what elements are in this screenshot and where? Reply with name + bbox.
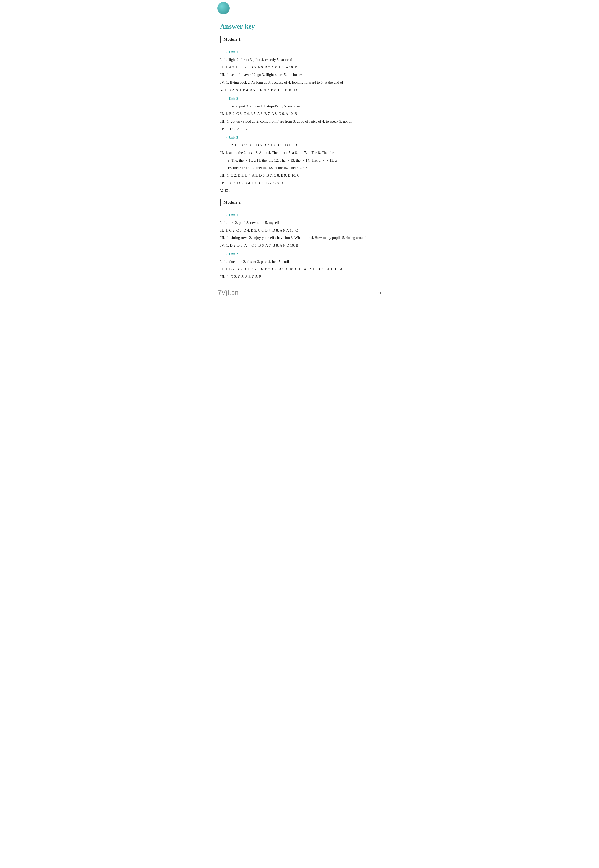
roman-numeral: V.: [220, 188, 223, 193]
answer-content: 1. C 2. D 3. D 4. D 5. C 6. B 7. C 8. B: [226, 181, 283, 185]
watermark: 7Vjl.cn: [218, 289, 239, 296]
answer-content: 1. D 2. A 3. B: [226, 127, 247, 131]
answer-content: 1. flight 2. direct 3. pilot 4. exactly …: [224, 57, 292, 62]
unit-header-1-1: ← →Unit 1: [220, 50, 381, 54]
answer-content: 16. the; ×; ×; × 17. the; the 18. ×; the…: [228, 166, 307, 170]
answer-content: 1. B 2. C 3. C 4. A 5. A 6. B 7. A 8. D …: [226, 112, 297, 116]
answer-row: II.1. B 2. B 3. B 4. C 5. C 6. B 7. C 8.…: [220, 266, 381, 273]
roman-numeral: IV.: [220, 127, 225, 131]
unit-label-1-1: Unit 1: [229, 50, 238, 54]
answer-content: 1. got up / stood up 2. come from / are …: [227, 119, 352, 123]
answer-row: IV.1. C 2. D 3. D 4. D 5. C 6. B 7. C 8.…: [220, 180, 381, 186]
answer-row: II.1. a; an; the 2. a; an 3. An; a 4. Th…: [220, 150, 381, 156]
answer-row: 9. The; the; × 10. a 11. the; the 12. Th…: [220, 157, 381, 164]
answer-row: III.1. sitting rows 2. enjoy yourself / …: [220, 235, 381, 241]
unit-arrow-icon: ← →: [220, 136, 227, 140]
roman-numeral: II.: [220, 267, 224, 271]
unit-header-1-2: ← →Unit 2: [220, 97, 381, 101]
answer-row: II.1. C 2. C 3. D 4. D 5. C 6. B 7. D 8.…: [220, 227, 381, 234]
answer-content: 1. D 2. A 3. B 4. A 5. C 6. A 7. B 8. C …: [225, 88, 296, 92]
module-2: Module 2← →Unit 1I.1. ours 2. pool 3. ro…: [220, 199, 381, 280]
roman-numeral: I.: [220, 57, 223, 62]
page-number: 81: [378, 291, 381, 295]
answer-row: V.略。: [220, 188, 381, 194]
answer-content: 1. C 2. D 3. C 4. A 5. D 6. B 7. D 8. C …: [224, 143, 297, 147]
unit-1-2: ← →Unit 2I.1. miss 2. past 3. yourself 4…: [220, 97, 381, 132]
unit-arrow-icon: ← →: [220, 213, 227, 217]
roman-numeral: II.: [220, 151, 224, 155]
answer-content: 1. D 2. B 3. A 4. C 5. B 6. A 7. B 8. A …: [226, 243, 298, 247]
watermark-text: 7Vjl.cn: [218, 289, 239, 296]
answer-content: 1. sitting rows 2. enjoy yourself / have…: [227, 236, 367, 240]
module-label-2: Module 2: [220, 199, 244, 206]
roman-numeral: II.: [220, 228, 224, 232]
unit-label-2-2: Unit 2: [229, 252, 238, 256]
answer-content: 9. The; the; × 10. a 11. the; the 12. Th…: [228, 158, 337, 162]
answer-row: II.1. B 2. C 3. C 4. A 5. A 6. B 7. A 8.…: [220, 111, 381, 117]
answer-content: 1. B 2. B 3. B 4. C 5. C 6. B 7. C 8. A …: [226, 267, 343, 271]
answer-row: I.1. ours 2. pool 3. row 4. tie 5. mysel…: [220, 220, 381, 226]
roman-numeral: IV.: [220, 80, 225, 84]
roman-numeral: III.: [220, 173, 226, 178]
roman-numeral: IV.: [220, 181, 225, 185]
unit-label-1-2: Unit 2: [229, 97, 238, 101]
answer-row: III.1. C 2. D 3. B 4. A 5. D 6. B 7. C 8…: [220, 172, 381, 179]
answer-row: IV.1. D 2. A 3. B: [220, 126, 381, 132]
roman-numeral: V.: [220, 88, 223, 92]
answer-content: 1. a; an; the 2. a; an 3. An; a 4. The; …: [226, 151, 334, 155]
answer-content: 略。: [225, 188, 232, 193]
answer-row: I.1. education 2. absent 3. pass 4. bell…: [220, 259, 381, 265]
roman-numeral: I.: [220, 104, 223, 108]
answer-content: 1. A 2. B 3. B 4. D 5. A 6. B 7. C 8. C …: [226, 65, 297, 69]
answer-content: 1. C 2. C 3. D 4. D 5. C 6. B 7. D 8. A …: [226, 228, 298, 232]
answer-content: 1. school-leavers' 2. go 3. flight 4. ar…: [227, 73, 304, 77]
roman-numeral: I.: [220, 221, 223, 225]
answer-row: 16. the; ×; ×; × 17. the; the 18. ×; the…: [220, 165, 381, 171]
answer-row: I.1. C 2. D 3. C 4. A 5. D 6. B 7. D 8. …: [220, 142, 381, 149]
unit-header-2-1: ← →Unit 1: [220, 213, 381, 217]
unit-2-1: ← →Unit 1I.1. ours 2. pool 3. row 4. tie…: [220, 213, 381, 249]
roman-numeral: III.: [220, 73, 226, 77]
answer-row: II.1. A 2. B 3. B 4. D 5. A 6. B 7. C 8.…: [220, 64, 381, 71]
answer-content: 1. education 2. absent 3. pass 4. bell 5…: [224, 259, 289, 264]
answer-row: IV.1. D 2. B 3. A 4. C 5. B 6. A 7. B 8.…: [220, 243, 381, 249]
module-label-1: Module 1: [220, 36, 244, 43]
answer-row: V.1. D 2. A 3. B 4. A 5. C 6. A 7. B 8. …: [220, 87, 381, 93]
answer-content: 1. flying back 2. As long as 3. because …: [226, 80, 343, 84]
unit-arrow-icon: ← →: [220, 97, 227, 101]
module-1: Module 1← →Unit 1I.1. flight 2. direct 3…: [220, 36, 381, 194]
unit-2-2: ← →Unit 2I.1. education 2. absent 3. pas…: [220, 252, 381, 280]
roman-numeral: II.: [220, 65, 224, 69]
answer-content: 1. D 2. C 3. A 4. C 5. B: [227, 275, 262, 279]
roman-numeral: II.: [220, 112, 224, 116]
answer-content: 1. ours 2. pool 3. row 4. tie 5. myself: [224, 221, 279, 225]
answer-row: I.1. miss 2. past 3. yourself 4. stupid/…: [220, 103, 381, 110]
unit-arrow-icon: ← →: [220, 252, 227, 256]
answer-row: IV.1. flying back 2. As long as 3. becau…: [220, 80, 381, 86]
unit-arrow-icon: ← →: [220, 50, 227, 54]
modules-container: Module 1← →Unit 1I.1. flight 2. direct 3…: [220, 36, 381, 280]
roman-numeral: IV.: [220, 243, 225, 247]
roman-numeral: III.: [220, 236, 226, 240]
roman-numeral: III.: [220, 119, 226, 123]
unit-header-2-2: ← →Unit 2: [220, 252, 381, 256]
unit-1-1: ← →Unit 1I.1. flight 2. direct 3. pilot …: [220, 50, 381, 93]
roman-numeral: I.: [220, 259, 223, 264]
unit-1-3: ← →Unit 3I.1. C 2. D 3. C 4. A 5. D 6. B…: [220, 136, 381, 194]
answer-row: III.1. school-leavers' 2. go 3. flight 4…: [220, 72, 381, 78]
unit-label-1-3: Unit 3: [229, 136, 238, 140]
decorative-circle: [217, 2, 230, 14]
roman-numeral: I.: [220, 143, 223, 147]
roman-numeral: III.: [220, 275, 226, 279]
answer-row: III.1. got up / stood up 2. come from / …: [220, 118, 381, 125]
answer-row: III.1. D 2. C 3. A 4. C 5. B: [220, 274, 381, 280]
answer-row: I.1. flight 2. direct 3. pilot 4. exactl…: [220, 57, 381, 63]
answer-content: 1. miss 2. past 3. yourself 4. stupid/si…: [224, 104, 302, 108]
page-title: Answer key: [220, 22, 381, 30]
unit-header-1-3: ← →Unit 3: [220, 136, 381, 140]
answer-content: 1. C 2. D 3. B 4. A 5. D 6. B 7. C 8. B …: [227, 173, 300, 178]
unit-label-2-1: Unit 1: [229, 213, 238, 217]
